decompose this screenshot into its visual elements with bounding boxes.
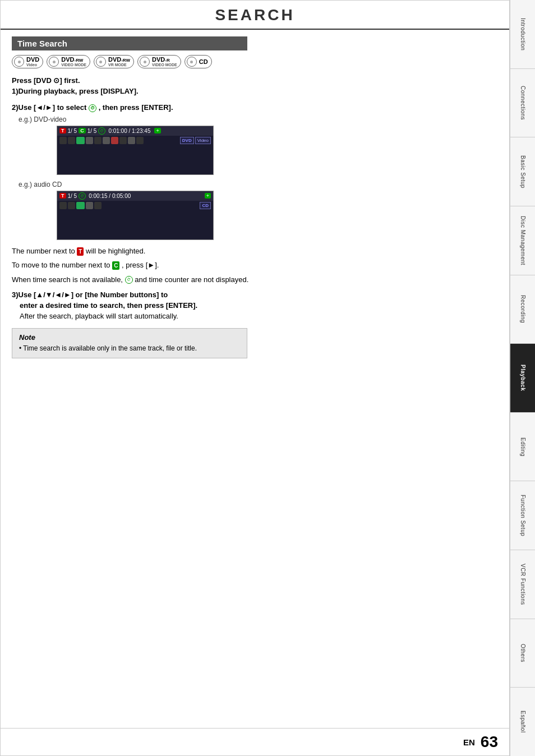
tab-connections[interactable]: Connections: [510, 69, 535, 138]
tab-playback[interactable]: Playback: [510, 344, 535, 413]
page-title-bar: SEARCH: [1, 1, 509, 30]
osd-icon-2: [68, 137, 75, 144]
disc-badge-dvd-video: DVD Video: [12, 55, 43, 68]
tab-vcr-functions-label: VCR Functions: [520, 564, 526, 605]
tab-basic-setup-label: Basic Setup: [520, 155, 526, 188]
t-icon-inline: T: [77, 247, 84, 256]
osd-track-num: 1/ 5: [68, 128, 77, 134]
osd-video-tag: Video: [195, 137, 211, 144]
osd-time-display: 0:01:00 / 1:23:45: [108, 128, 150, 134]
clock-icon-unavail: ⏱: [125, 276, 133, 284]
disc-badge-cd: CD: [185, 55, 212, 68]
clock-select-icon: ⏱: [89, 104, 96, 112]
tab-recording-label: Recording: [520, 295, 526, 323]
disc-badge-dvd-rw-vr: DVD-RW VR MODE: [94, 55, 134, 68]
example-dvd-label: e.g.) DVD-video: [19, 116, 498, 123]
right-sidebar: Introduction Connections Basic Setup Dis…: [510, 0, 535, 756]
move-text-before: To move to the number next to: [12, 261, 112, 269]
section-header: Time Search: [12, 36, 247, 50]
page-title: SEARCH: [1, 6, 509, 24]
osd-screen1-wrapper: T 1/ 5 C 1/ 5 ⏱ 0:01:00 / 1:23:45 +: [12, 126, 498, 175]
unavail-text-before: When time search is not available,: [12, 275, 125, 284]
disc-circle-dvd-rw-vr: [96, 57, 106, 67]
page-lang: EN: [463, 737, 475, 747]
step3-section: 3)Use [▲/▼/◄/►] or [the Number buttons] …: [12, 291, 498, 320]
osd-chapter-num: 1/ 5: [87, 128, 97, 134]
osd-icon-5: [94, 137, 102, 144]
tab-playback-label: Playback: [520, 365, 526, 391]
osd-dvd-badge-group: DVD Video: [180, 137, 211, 144]
osd-icon-3: [76, 137, 85, 144]
tab-vcr-functions[interactable]: VCR Functions: [510, 550, 535, 619]
main-content: SEARCH Time Search DVD Video DVD-RW V: [0, 0, 510, 756]
tab-basic-setup[interactable]: Basic Setup: [510, 137, 535, 206]
step3-after: After the search, playback will start au…: [20, 312, 498, 320]
disc-icons-row: DVD Video DVD-RW VIDEO MODE DVD-RW VR MO…: [12, 55, 498, 68]
osd-cd-track-num: 1/ 5: [68, 193, 77, 199]
osd-screen-dvd: T 1/ 5 C 1/ 5 ⏱ 0:01:00 / 1:23:45 +: [57, 126, 214, 175]
move-text-after: , press [►].: [122, 261, 159, 269]
osd-icon-10: [136, 137, 144, 144]
osd-screen2-wrapper: T 1/ 5 ⏱ 0:00:15 / 0:05:00 + CD: [12, 191, 498, 240]
osd-icon-6: [103, 137, 110, 144]
highlight-text-after: will be highlighted.: [86, 247, 145, 255]
step2-header: 2)Use [◄/►] to select ⏱ , then press [EN…: [12, 103, 498, 112]
osd-cd-badge-group: CD: [200, 202, 211, 209]
note-title: Note: [19, 333, 240, 342]
content-body: Time Search DVD Video DVD-RW VIDEO MODE: [1, 30, 509, 728]
step2-text: 2)Use [◄/►] to select: [12, 103, 89, 112]
step3-header: 3)Use [▲/▼/◄/►] or [the Number buttons] …: [12, 291, 498, 299]
osd-cd-bottom-icons: CD: [57, 201, 213, 210]
tab-function-setup[interactable]: Function Setup: [510, 481, 535, 550]
disc-circle-cd: [187, 57, 197, 67]
page-number-bar: EN 63: [1, 728, 509, 755]
osd-c-badge: C: [79, 128, 86, 133]
disc-badge-dvd-r: DVD-R VIDEO MODE: [137, 55, 181, 68]
tab-recording[interactable]: Recording: [510, 275, 535, 344]
page-number: 63: [481, 733, 498, 751]
unavailable-note: When time search is not available, ⏱ and…: [12, 274, 498, 285]
osd-icon-4: [86, 137, 93, 144]
osd-cd-tag: CD: [200, 202, 211, 209]
tab-others-label: Others: [520, 644, 526, 662]
highlight-note: The number next to T will be highlighted…: [12, 246, 498, 257]
disc-circle-dvd-video: [14, 57, 24, 67]
osd-cd-icon-1: [59, 202, 67, 209]
osd-icon-1: [59, 137, 67, 144]
osd-dvd-bottom-icons: DVD Video: [57, 136, 213, 145]
osd-icon-8: [119, 137, 127, 144]
osd-cd-clock-badge: ⏱: [79, 192, 86, 200]
osd-cd-icon-5: [94, 202, 102, 209]
note-content: • Time search is available only in the s…: [19, 344, 240, 353]
highlight-text-before: The number next to: [12, 247, 77, 255]
tab-disc-management-label: Disc Management: [520, 216, 526, 265]
osd-icon-9: [128, 137, 135, 144]
step2-text2: , then press [ENTER].: [99, 103, 173, 112]
press-dvd-instruction: Press [DVD ⊙] first.: [12, 76, 498, 85]
example-cd-label: e.g.) audio CD: [19, 181, 498, 188]
osd-cd-t-badge: T: [59, 193, 66, 199]
tab-others[interactable]: Others: [510, 619, 535, 688]
tab-connections-label: Connections: [520, 86, 526, 120]
tab-introduction-label: Introduction: [520, 18, 526, 50]
step3-cont: enter a desired time to search, then pre…: [20, 301, 498, 310]
tab-espanol[interactable]: Español: [510, 688, 535, 756]
c-icon-inline: C: [112, 261, 119, 270]
osd-cd-icon-4: [86, 202, 93, 209]
step1-instruction: 1)During playback, press [DISPLAY].: [12, 87, 498, 95]
tab-editing-label: Editing: [520, 437, 526, 457]
tab-introduction[interactable]: Introduction: [510, 0, 535, 69]
unavail-text-after: and time counter are not displayed.: [135, 275, 248, 284]
osd-cd-icon-2: [68, 202, 75, 209]
osd-next-btn: +: [154, 128, 160, 133]
note-box: Note • Time search is available only in …: [12, 328, 247, 358]
osd-screen-cd: T 1/ 5 ⏱ 0:00:15 / 0:05:00 + CD: [57, 191, 214, 240]
disc-circle-dvd-rw-video: [49, 57, 59, 67]
tab-editing[interactable]: Editing: [510, 413, 535, 482]
osd-cd-top-bar: T 1/ 5 ⏱ 0:00:15 / 0:05:00 +: [57, 191, 213, 201]
osd-cd-icon-3: [76, 202, 85, 209]
section-title: Time Search: [17, 39, 67, 48]
tab-function-setup-label: Function Setup: [520, 495, 526, 536]
tab-disc-management[interactable]: Disc Management: [510, 206, 535, 275]
osd-icon-7: [111, 137, 118, 144]
